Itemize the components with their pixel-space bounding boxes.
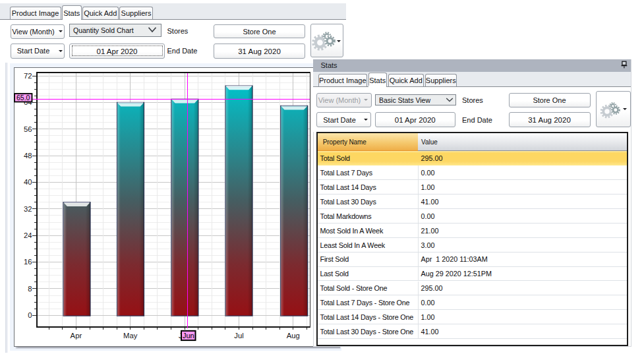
svg-text:Apr: Apr: [71, 332, 82, 340]
svg-text:16: 16: [24, 258, 32, 266]
svg-text:Jul: Jul: [234, 332, 243, 340]
svg-text:May: May: [123, 332, 138, 340]
svg-text:48: 48: [24, 152, 32, 160]
svg-text:72: 72: [24, 72, 32, 80]
svg-text:32: 32: [24, 205, 32, 213]
svg-text:Jun: Jun: [183, 332, 194, 340]
svg-text:65.0: 65.0: [16, 94, 30, 102]
svg-text:56: 56: [24, 125, 32, 133]
svg-text:Aug: Aug: [287, 332, 300, 340]
svg-text:0: 0: [28, 311, 32, 319]
svg-text:8: 8: [28, 285, 32, 293]
svg-text:24: 24: [24, 231, 32, 239]
svg-text:40: 40: [24, 178, 32, 186]
